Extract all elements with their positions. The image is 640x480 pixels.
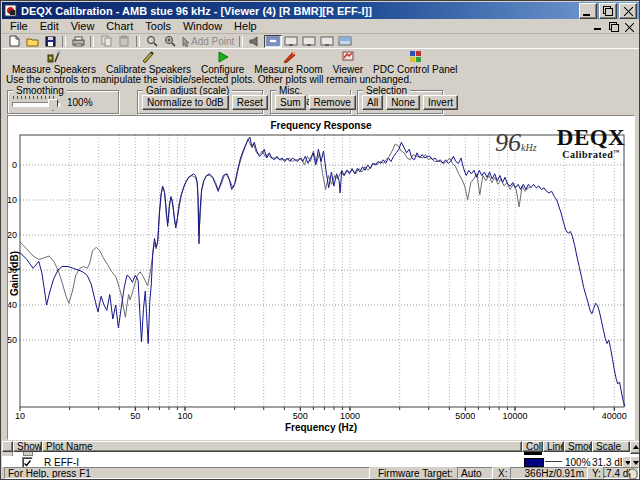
mdi-close-button[interactable]: [621, 20, 635, 32]
smoothing-group: Smoothing 100%: [7, 90, 119, 114]
chevron-down-icon: [633, 461, 639, 465]
mdi-restore-button[interactable]: [606, 20, 620, 32]
wizard-toolbar: Measure Speakers Calibrate Speakers Conf…: [2, 48, 639, 73]
slider-thumb[interactable]: [48, 99, 58, 111]
normalize-button[interactable]: Normalize to 0dB: [142, 95, 229, 110]
slider-ticks-icon: [13, 96, 57, 99]
zoom-out-button[interactable]: [143, 35, 161, 48]
window-layout-button-3[interactable]: [300, 35, 318, 48]
menu-item-view[interactable]: View: [65, 19, 101, 33]
measure-speakers-button[interactable]: Measure Speakers: [7, 49, 101, 75]
svg-text:5000: 5000: [455, 411, 475, 421]
menu-item-tools[interactable]: Tools: [139, 19, 177, 33]
app-icon: [4, 4, 17, 17]
menu-item-file[interactable]: File: [4, 19, 34, 33]
window-layout-button-2[interactable]: [282, 35, 300, 48]
svg-text:40000: 40000: [602, 411, 627, 421]
control-panel-icon: [409, 50, 422, 63]
close-button[interactable]: [619, 3, 637, 19]
menu-item-help[interactable]: Help: [228, 19, 263, 33]
deqx-calibrated-text: Calibrated: [562, 149, 613, 160]
zoom-in-icon: [164, 35, 176, 47]
line-column-header[interactable]: Line: [543, 441, 564, 452]
x-axis-label: Frequency (Hz): [8, 422, 634, 433]
table-row[interactable]: R EFF-I 100% 31.3 dB: [2, 456, 628, 467]
cursor-y-label: Y:: [592, 468, 601, 479]
monitor-icon: [284, 36, 298, 47]
remove-button[interactable]: Remove: [309, 95, 356, 110]
svg-text:-20: -20: [8, 230, 17, 240]
menu-bar: File Edit View Chart Tools Window Help: [2, 19, 639, 34]
save-button[interactable]: [41, 35, 59, 48]
window-layout-button-1[interactable]: [264, 35, 282, 48]
col-column-header[interactable]: Col: [522, 441, 543, 452]
configure-button[interactable]: Configure: [196, 49, 249, 75]
toolbar-separator: [136, 36, 140, 47]
title-bar: DEQX Calibration - AMB stue 96 kHz - [Vi…: [2, 2, 639, 19]
mdi-minimize-button[interactable]: [591, 20, 605, 32]
gain-adjust-group: Gain adjust (scale) Normalize to 0dB Res…: [137, 90, 263, 114]
minimize-button[interactable]: [579, 3, 597, 19]
plot-color-swatch[interactable]: [524, 458, 544, 467]
firmware-target-value: Auto: [457, 467, 493, 479]
status-bar: For Help, press F1 Firmware Target: Auto…: [2, 467, 640, 480]
standard-toolbar: Add Point: [2, 34, 639, 48]
select-all-button[interactable]: All: [362, 95, 383, 110]
toolbar-separator: [62, 36, 66, 47]
restore-button[interactable]: [599, 3, 617, 19]
print-button[interactable]: [69, 35, 87, 48]
new-document-button[interactable]: [5, 35, 23, 48]
smoothing-slider[interactable]: [12, 95, 58, 109]
pointer-icon: [181, 36, 191, 47]
show-column-header[interactable]: Show: [13, 441, 42, 452]
window-layout-button-5[interactable]: [336, 35, 354, 48]
copy-button[interactable]: [97, 35, 115, 48]
line-style-sample[interactable]: [545, 461, 562, 462]
zoom-in-button[interactable]: [161, 35, 179, 48]
select-none-button[interactable]: None: [386, 95, 420, 110]
reset-button[interactable]: Reset: [232, 95, 268, 110]
calibrate-icon: [141, 50, 155, 63]
svg-text:10000: 10000: [502, 411, 527, 421]
select-invert-button[interactable]: Invert: [423, 95, 458, 110]
plot-list-table: Show Plot Name Col Line Smooth Scale R E…: [2, 441, 640, 467]
table-scroll-up-button[interactable]: [630, 441, 640, 454]
viewer-button[interactable]: Viewer: [328, 49, 368, 75]
smooth-column-header[interactable]: Smooth: [564, 441, 592, 452]
calibrate-speakers-button[interactable]: Calibrate Speakers: [101, 49, 196, 75]
selection-group: Selection All None Invert: [357, 90, 443, 114]
hand-cursor-icon: [626, 468, 638, 480]
add-point-label: Add Point: [191, 36, 234, 47]
measure-room-button[interactable]: Measure Room: [249, 49, 327, 75]
print-icon: [72, 36, 85, 47]
zoom-out-icon: [146, 35, 158, 47]
svg-text:500: 500: [293, 411, 308, 421]
frequency-response-plot[interactable]: 10501005001000500010000400000-10-20-30-4…: [8, 116, 634, 439]
help-status-panel: For Help, press F1: [4, 467, 370, 479]
svg-text:10: 10: [15, 411, 25, 421]
paste-button[interactable]: [115, 35, 133, 48]
svg-text:50: 50: [130, 411, 140, 421]
svg-text:1000: 1000: [340, 411, 360, 421]
add-point-button[interactable]: Add Point: [179, 36, 236, 47]
green-play-icon: [217, 51, 229, 63]
plot-name-column-header[interactable]: Plot Name: [42, 441, 522, 452]
speaker-test-button[interactable]: [246, 35, 264, 48]
room-measure-icon: [282, 50, 296, 63]
sum-button[interactable]: Sum: [275, 95, 306, 110]
open-folder-icon: [26, 36, 39, 47]
cursor-x-value: 366Hz/0.91m: [510, 467, 588, 479]
menu-item-edit[interactable]: Edit: [34, 19, 65, 33]
monitor-icon: [302, 36, 316, 47]
paste-icon: [119, 35, 130, 47]
scale-column-header[interactable]: Scale: [592, 441, 630, 452]
menu-item-window[interactable]: Window: [177, 19, 228, 33]
window-layout-button-4[interactable]: [318, 35, 336, 48]
pdc-control-panel-button[interactable]: PDC Control Panel: [368, 49, 462, 75]
svg-text:-50: -50: [8, 335, 17, 345]
open-button[interactable]: [23, 35, 41, 48]
toolbar-separator: [239, 36, 243, 47]
menu-item-chart[interactable]: Chart: [100, 19, 139, 33]
chart-panel: Frequency Response 105010050010005000100…: [7, 115, 635, 440]
toolbar-separator: [90, 36, 94, 47]
